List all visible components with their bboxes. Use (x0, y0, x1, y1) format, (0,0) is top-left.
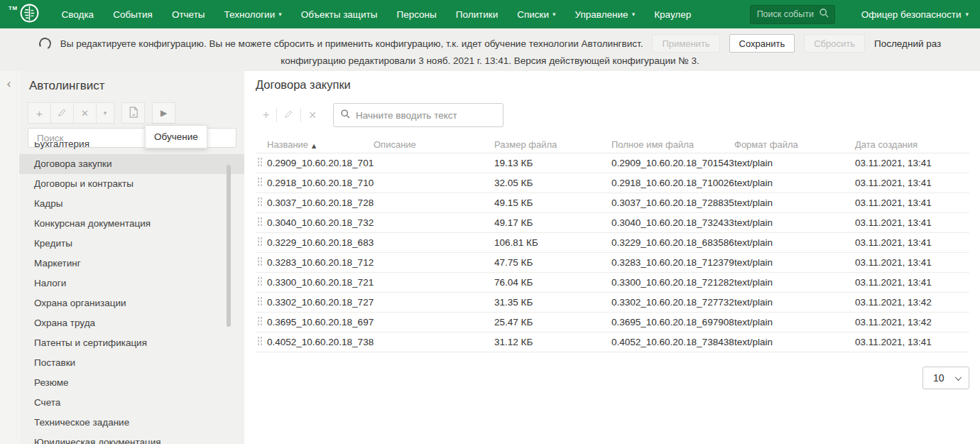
delete-file-button[interactable]: ✕ (301, 109, 324, 121)
cell-name: 0.2909_10.60.20.18_7015 (267, 158, 374, 168)
table-search-input[interactable] (354, 109, 496, 121)
collapse-sidebar-icon[interactable]: ‹ (0, 77, 18, 91)
nav-item-spiski[interactable]: Списки▾ (517, 9, 555, 20)
files-table: Название▲ Описание Размер файла Полное и… (256, 136, 969, 352)
column-header-fullname[interactable]: Полное имя файла (611, 139, 734, 150)
sidebar-item[interactable]: Техническое задание (19, 413, 244, 433)
drag-handle-icon[interactable] (257, 256, 263, 266)
cell-size: 25.47 КБ (494, 317, 611, 327)
cell-full_name: 0.3302_10.60.20.18_727732… (611, 297, 734, 308)
drag-handle-icon[interactable] (257, 197, 263, 207)
column-header-created[interactable]: Дата создания (855, 139, 969, 150)
table-row[interactable]: 0.3300_10.60.20.18_721276.04 КБ0.3300_10… (256, 273, 969, 293)
sidebar-item[interactable]: Юридическая документация (19, 433, 244, 444)
user-menu-label: Офицер безопасности (861, 9, 962, 20)
sidebar-item[interactable]: Патенты и сертификация (19, 333, 244, 353)
sidebar-collapse-strip: ‹ (0, 71, 18, 444)
drag-handle-icon[interactable] (257, 177, 263, 187)
column-header-format[interactable]: Формат файла (734, 139, 855, 150)
nav-item-politiki[interactable]: Политики (456, 9, 499, 20)
main-panel: Договора закупки + ✕ (244, 71, 980, 444)
events-search-input[interactable] (756, 9, 815, 20)
column-header-description[interactable]: Описание (374, 139, 494, 150)
nav-item-persony[interactable]: Персоны (396, 9, 436, 20)
reset-button[interactable]: Сбросить (804, 34, 865, 53)
nav-item-tekhnologii[interactable]: Технологии▾ (224, 9, 282, 20)
cell-size: 19.13 КБ (494, 158, 611, 168)
cell-name: 0.2918_10.60.20.18_7100 (267, 178, 374, 188)
import-document-button[interactable] (121, 102, 145, 124)
more-actions-button[interactable]: ▾ (96, 102, 114, 124)
sidebar-item[interactable]: Договоры и контракты (19, 174, 244, 194)
drag-handle-icon[interactable] (257, 296, 263, 306)
sidebar-item[interactable]: Счета (19, 393, 244, 413)
cell-name: 0.3300_10.60.20.18_7212 (267, 277, 374, 288)
delete-category-button[interactable]: ✕ (73, 102, 97, 124)
sidebar-scrollbar[interactable] (227, 165, 231, 327)
drag-handle-icon[interactable] (257, 217, 263, 227)
logo-icon (19, 3, 40, 26)
sidebar-item[interactable]: Кадры (19, 194, 244, 214)
events-search-box[interactable] (750, 5, 835, 24)
drag-handle-icon[interactable] (257, 276, 263, 286)
table-body: 0.2909_10.60.20.18_701519.13 КБ0.2909_10… (256, 153, 969, 352)
table-row[interactable]: 0.3040_10.60.20.18_732449.17 КБ0.3040_10… (256, 213, 969, 233)
nav-item-sobytiya[interactable]: События (113, 9, 153, 20)
cell-size: 106.81 КБ (494, 237, 611, 248)
drag-handle-icon[interactable] (257, 237, 263, 247)
sidebar-item[interactable]: Бухгалтерия (19, 142, 244, 154)
drag-handle-icon[interactable] (257, 336, 263, 346)
chevron-down-icon: ▾ (632, 11, 636, 18)
sidebar-item[interactable]: Налоги (19, 274, 244, 293)
chevron-down-icon: ▾ (965, 11, 969, 18)
table-row[interactable]: 0.2918_10.60.20.18_710032.05 КБ0.2918_10… (256, 173, 969, 193)
table-row[interactable]: 0.3283_10.60.20.18_712347.75 КБ0.3283_10… (256, 253, 969, 273)
page-size-select[interactable]: 10 (922, 367, 969, 389)
app-logo[interactable]: TM (9, 3, 40, 26)
edit-category-button[interactable] (50, 102, 74, 124)
top-nav: TM СводкаСобытияОтчетыТехнологии▾Объекты… (0, 0, 980, 28)
add-file-button[interactable]: + (256, 109, 276, 121)
table-search-box[interactable] (333, 103, 503, 127)
main-toolbar: + ✕ (256, 103, 969, 127)
nav-item-otchety[interactable]: Отчеты (172, 9, 205, 20)
nav-item-krauler[interactable]: Краулер (654, 9, 691, 20)
apply-button[interactable]: Применить (652, 34, 719, 53)
drag-handle-icon[interactable] (257, 316, 263, 326)
cell-created: 03.11.2021, 13:42 (855, 297, 969, 308)
nav-item-obekty-zashchity[interactable]: Объекты защиты (301, 9, 378, 20)
cell-size: 31.12 КБ (494, 337, 611, 347)
sidebar-item-selected[interactable]: Договора закупки (19, 154, 244, 174)
table-row[interactable]: 0.3037_10.60.20.18_728849.15 КБ0.3037_10… (256, 193, 969, 213)
sidebar-item[interactable]: Резюме (19, 373, 244, 393)
table-row[interactable]: 0.3229_10.60.20.18_6835106.81 КБ0.3229_1… (256, 233, 969, 253)
user-menu[interactable]: Офицер безопасности ▾ (861, 9, 969, 20)
cell-full_name: 0.4052_10.60.20.18_738438… (611, 337, 734, 347)
table-row[interactable]: 0.3695_10.60.20.18_697925.47 КБ0.3695_10… (256, 313, 969, 332)
sidebar-item[interactable]: Маркетинг (19, 254, 244, 274)
drag-handle-icon[interactable] (257, 157, 263, 167)
cell-full_name: 0.3300_10.60.20.18_721282… (611, 277, 734, 288)
sidebar-item[interactable]: Охрана организации (19, 293, 244, 313)
column-header-name[interactable]: Название▲ (267, 139, 374, 150)
cell-name: 0.3283_10.60.20.18_7123 (267, 257, 374, 268)
sidebar-item[interactable]: Конкурсная документация (19, 214, 244, 234)
cell-created: 03.11.2021, 13:41 (855, 197, 969, 208)
table-row[interactable]: 0.4052_10.60.20.18_738431.12 КБ0.4052_10… (256, 332, 969, 352)
cell-format: text/plain (734, 217, 855, 228)
cell-full_name: 0.2918_10.60.20.18_710026… (611, 178, 734, 188)
edit-file-button[interactable] (277, 109, 300, 121)
sidebar-item[interactable]: Поставки (19, 353, 244, 373)
training-start-button[interactable]: ▶ (152, 102, 175, 124)
nav-item-upravlenie[interactable]: Управление▾ (575, 9, 636, 20)
save-button[interactable]: Сохранить (729, 34, 795, 53)
sidebar-item[interactable]: Охрана труда (19, 313, 244, 333)
sidebar: Автолингвист + ✕ ▾ (19, 71, 244, 444)
nav-item-svodka[interactable]: Сводка (62, 9, 94, 20)
add-category-button[interactable]: + (28, 102, 51, 124)
table-row[interactable]: 0.2909_10.60.20.18_701519.13 КБ0.2909_10… (256, 153, 969, 173)
table-row[interactable]: 0.3302_10.60.20.18_727731.35 КБ0.3302_10… (256, 293, 969, 313)
column-header-size[interactable]: Размер файла (494, 139, 611, 150)
cell-format: text/plain (734, 237, 855, 248)
sidebar-item[interactable]: Кредиты (19, 234, 244, 254)
